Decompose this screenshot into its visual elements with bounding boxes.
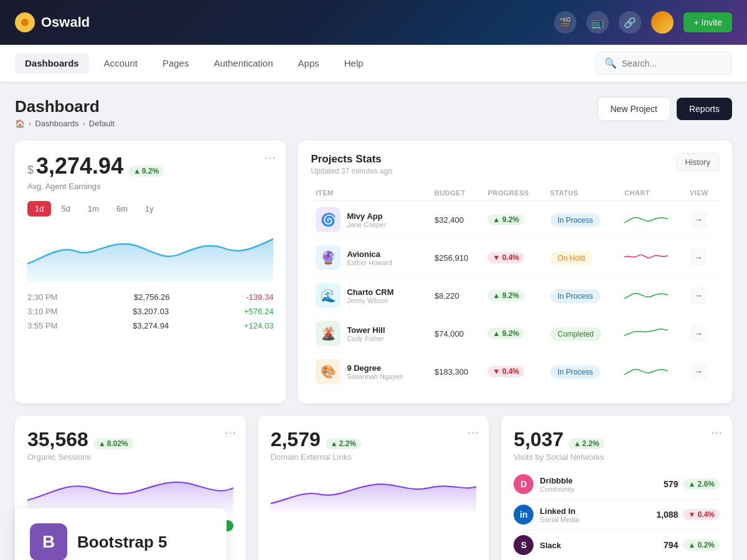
breadcrumb-dashboards: Dashboards	[35, 119, 78, 128]
view-row-button[interactable]: →	[690, 287, 707, 304]
organic-more-button[interactable]: ⋯	[225, 426, 236, 439]
time-filters: 1d 5d 1m 6m 1y	[27, 201, 273, 217]
domain-chart	[271, 469, 477, 513]
table-row: 🌊 Charto CRM Jenny Wilson $8,220 ▲ 9.2% …	[311, 277, 720, 315]
breadcrumb: 🏠 › Dashboards › Default	[15, 119, 115, 128]
table-row: 🌀 Mivy App Jane Cooper $32,400 ▲ 9.2% In…	[311, 201, 720, 239]
table-row: 🎨 9 Degree Savannah Nguyen $183,300 ▼ 0.…	[311, 353, 720, 391]
search-icon: 🔍	[604, 57, 617, 69]
view-row-button[interactable]: →	[690, 211, 707, 228]
projects-title: Projects Stats	[311, 153, 392, 166]
page-title: Dashboard	[15, 97, 115, 116]
bootstrap-card: B Bootstrap 5	[15, 508, 227, 560]
projects-updated: Updated 37 minutes ago	[311, 167, 392, 175]
avatar[interactable]	[651, 11, 674, 34]
projects-card: Projects Stats Updated 37 minutes ago Hi…	[298, 141, 732, 403]
col-item: ITEM	[311, 185, 430, 201]
domain-label: Domain External Links	[271, 452, 477, 462]
bootstrap-icon: B	[30, 523, 67, 560]
home-icon: 🏠	[15, 119, 25, 128]
organic-chart	[27, 469, 233, 513]
filter-5d[interactable]: 5d	[54, 201, 77, 217]
filter-1y[interactable]: 1y	[138, 201, 161, 217]
domain-card: ⋯ 2,579 ▲ 2.2% Domain External Links	[258, 416, 489, 560]
social-card: ⋯ 5,037 ▲ 2.2% Visits by Social Networks…	[501, 416, 732, 560]
projects-table: ITEM BUDGET PROGRESS STATUS CHART VIEW 🌀…	[311, 185, 720, 391]
table-row: 🔮 Avionica Esther Howard $256,910 ▼ 0.4%…	[311, 239, 720, 277]
topbar-right: 🎬 📺 🔗 + Invite	[554, 11, 732, 34]
view-row-button[interactable]: →	[690, 363, 707, 380]
currency-symbol: $	[27, 164, 34, 177]
page-header: Dashboard 🏠 › Dashboards › Default New P…	[15, 97, 732, 128]
earnings-chart	[27, 226, 273, 282]
invite-button[interactable]: + Invite	[684, 12, 732, 32]
social-more-button[interactable]: ⋯	[711, 426, 722, 439]
earnings-more-button[interactable]: ⋯	[265, 151, 276, 164]
nav-item-help[interactable]: Help	[334, 53, 374, 73]
social-label: Visits by Social Networks	[514, 452, 720, 462]
social-item: S Slack 794 ▲ 0.2%	[514, 530, 720, 560]
social-number: 5,037 ▲ 2.2%	[514, 428, 604, 451]
earnings-amount: $ 3,274.94	[27, 153, 123, 179]
domain-more-button[interactable]: ⋯	[467, 426, 479, 439]
earnings-label: Avg. Agent Earnings	[27, 182, 273, 191]
search-input[interactable]	[622, 58, 723, 68]
table-header: ITEM BUDGET PROGRESS STATUS CHART VIEW	[311, 185, 720, 201]
social-item: D Dribbble Community 579 ▲ 2.6%	[514, 469, 720, 500]
col-budget: BUDGET	[430, 185, 483, 201]
view-row-button[interactable]: →	[690, 249, 707, 266]
earnings-value: 3,274.94	[36, 153, 123, 179]
nav-item-account[interactable]: Account	[94, 53, 148, 73]
earnings-row-3: 3:55 PM $3,274.94 +124.03	[27, 321, 273, 330]
page-actions: New Project Reports	[598, 97, 733, 121]
nav-items: Dashboards Account Pages Authentication …	[15, 53, 374, 73]
camera-icon[interactable]: 🎬	[554, 11, 576, 34]
breadcrumb-default: Default	[89, 119, 115, 128]
filter-6m[interactable]: 6m	[109, 201, 135, 217]
filter-1d[interactable]: 1d	[27, 201, 51, 217]
organic-label: Organic Sessions	[27, 452, 233, 462]
col-view: VIEW	[685, 185, 720, 201]
table-row: 🌋 Tower Hill Cody Fisher $74,000 ▲ 9.2% …	[311, 315, 720, 353]
logo-text: Oswald	[41, 14, 90, 30]
logo-icon	[15, 12, 35, 32]
domain-number: 2,579 ▲ 2.2%	[271, 428, 361, 451]
earnings-card: ⋯ $ 3,274.94 ▲ 9.2% Avg. Agent Earnings …	[15, 141, 286, 403]
top-cards-row: ⋯ $ 3,274.94 ▲ 9.2% Avg. Agent Earnings …	[15, 141, 732, 403]
social-network-icon: in	[514, 505, 533, 525]
earnings-badge: ▲ 9.2%	[128, 166, 164, 177]
monitor-icon[interactable]: 📺	[586, 11, 609, 34]
topbar: Oswald 🎬 📺 🔗 + Invite	[0, 0, 747, 45]
domain-badge: ▲ 2.2%	[326, 438, 361, 449]
logo: Oswald	[15, 12, 90, 32]
earnings-row-1: 2:30 PM $2,756.26 -139.34	[27, 292, 273, 302]
new-project-button[interactable]: New Project	[598, 97, 670, 121]
social-badge: ▲ 2.2%	[568, 438, 604, 449]
main-nav: Dashboards Account Pages Authentication …	[0, 45, 747, 82]
nav-item-pages[interactable]: Pages	[153, 53, 199, 73]
search-box[interactable]: 🔍	[595, 52, 732, 75]
filter-1m[interactable]: 1m	[80, 201, 106, 217]
organic-badge: ▲ 8.02%	[93, 438, 133, 449]
social-items: D Dribbble Community 579 ▲ 2.6% in Linke…	[514, 469, 720, 560]
social-item: in Linked In Social Media 1,088 ▼ 0.4%	[514, 500, 720, 530]
projects-header: Projects Stats Updated 37 minutes ago Hi…	[311, 153, 720, 175]
social-network-icon: S	[514, 535, 533, 555]
reports-button[interactable]: Reports	[677, 98, 732, 120]
col-progress: PROGRESS	[482, 185, 545, 201]
col-status: STATUS	[545, 185, 619, 201]
view-row-button[interactable]: →	[690, 325, 707, 342]
earnings-row-2: 3:10 PM $3,207.03 +576.24	[27, 307, 273, 316]
nav-item-dashboards[interactable]: Dashboards	[15, 53, 89, 73]
social-network-icon: D	[514, 474, 533, 494]
col-chart: CHART	[619, 185, 685, 201]
share-icon[interactable]: 🔗	[619, 11, 641, 34]
earnings-rows: 2:30 PM $2,756.26 -139.34 3:10 PM $3,207…	[27, 292, 273, 330]
nav-item-apps[interactable]: Apps	[288, 53, 329, 73]
bootstrap-text: Bootstrap 5	[77, 533, 167, 552]
history-button[interactable]: History	[676, 153, 720, 171]
nav-item-authentication[interactable]: Authentication	[204, 53, 283, 73]
organic-number: 35,568 ▲ 8.02%	[27, 428, 133, 451]
